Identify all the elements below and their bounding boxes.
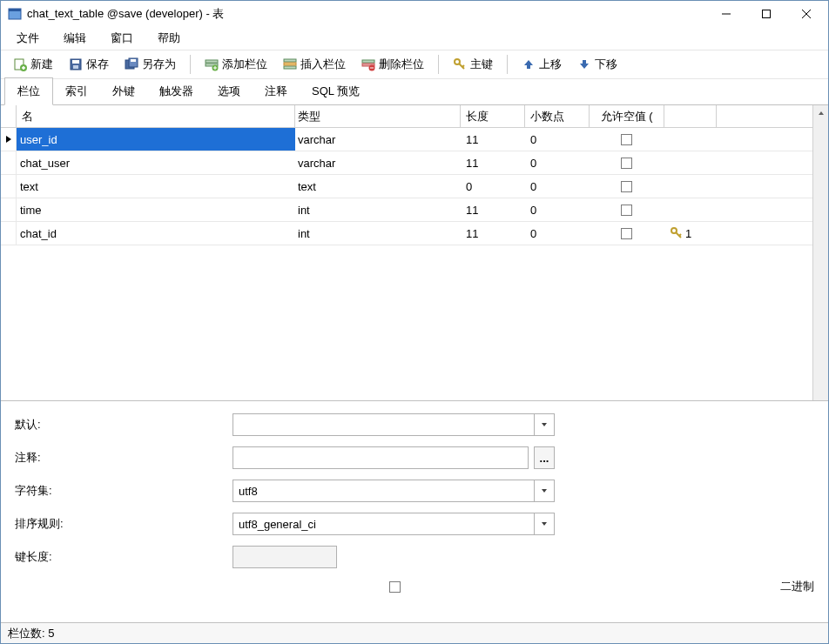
tab-indexes[interactable]: 索引 — [53, 78, 100, 104]
cell-allow-null[interactable] — [590, 198, 664, 221]
col-allow-null-header[interactable]: 允许空值 ( — [590, 105, 664, 127]
menu-help[interactable]: 帮助 — [147, 27, 191, 50]
tab-comment[interactable]: 注释 — [253, 78, 300, 104]
col-key-header — [664, 105, 717, 127]
default-label: 默认: — [15, 417, 233, 433]
cell-type[interactable]: varchar — [295, 151, 461, 174]
cell-key: 1 — [664, 222, 717, 245]
row-handle[interactable] — [1, 175, 17, 198]
row-handle[interactable] — [1, 222, 17, 245]
cell-decimals[interactable]: 0 — [525, 198, 590, 221]
arrow-down-icon — [577, 57, 591, 71]
allow-null-checkbox[interactable] — [621, 228, 632, 239]
tab-fields[interactable]: 栏位 — [4, 77, 53, 105]
cell-allow-null[interactable] — [590, 222, 664, 245]
move-down-button[interactable]: 下移 — [570, 53, 624, 76]
key-icon — [453, 57, 467, 71]
cell-length[interactable]: 11 — [461, 222, 525, 245]
cell-length[interactable]: 11 — [461, 151, 525, 174]
insert-field-button[interactable]: 插入栏位 — [276, 53, 353, 76]
primary-key-button[interactable]: 主键 — [446, 53, 500, 76]
row-handle[interactable] — [1, 151, 17, 174]
save-button[interactable]: 保存 — [62, 53, 116, 76]
add-field-icon — [205, 57, 219, 71]
tab-options[interactable]: 选项 — [206, 78, 253, 104]
cell-name[interactable]: chat_id — [17, 222, 295, 245]
svg-rect-16 — [206, 60, 218, 63]
col-length-header[interactable]: 长度 — [461, 105, 525, 127]
allow-null-checkbox[interactable] — [621, 205, 632, 216]
table-row[interactable]: texttext00 — [1, 175, 812, 198]
default-input[interactable] — [233, 413, 535, 436]
table-row[interactable]: chat_idint1101 — [1, 222, 812, 245]
cell-type[interactable]: text — [295, 175, 461, 198]
comment-ellipsis-button[interactable]: ... — [534, 446, 555, 469]
cell-length[interactable]: 0 — [461, 175, 525, 198]
svg-rect-1 — [9, 9, 21, 11]
charset-input[interactable] — [233, 480, 535, 502]
cell-key — [664, 175, 717, 198]
allow-null-checkbox[interactable] — [621, 134, 632, 145]
svg-rect-15 — [131, 59, 136, 62]
new-button[interactable]: 新建 — [6, 53, 60, 76]
collation-input[interactable] — [233, 513, 535, 535]
close-button[interactable] — [786, 1, 826, 27]
cell-name[interactable]: user_id — [17, 128, 295, 151]
svg-rect-21 — [284, 59, 296, 62]
cell-name[interactable]: text — [17, 175, 295, 198]
charset-dropdown-button[interactable] — [535, 480, 555, 502]
cell-decimals[interactable]: 0 — [525, 128, 590, 151]
cell-type[interactable]: int — [295, 222, 461, 245]
cell-length[interactable]: 11 — [461, 198, 525, 221]
grid-header: 名 类型 长度 小数点 允许空值 ( — [1, 105, 812, 128]
add-field-button[interactable]: 添加栏位 — [198, 53, 274, 76]
toolbar: 新建 保存 另存为 添加栏位 插入栏位 删除栏位 主键 上移 下移 — [1, 50, 828, 79]
collation-dropdown-button[interactable] — [535, 513, 555, 535]
save-as-button[interactable]: 另存为 — [118, 53, 183, 76]
grid-body[interactable]: user_idvarchar110chat_uservarchar110text… — [1, 128, 812, 400]
move-down-label: 下移 — [595, 57, 617, 72]
col-decimals-header[interactable]: 小数点 — [525, 105, 590, 127]
move-up-label: 上移 — [539, 57, 562, 72]
menu-file[interactable]: 文件 — [6, 27, 50, 50]
table-row[interactable]: chat_uservarchar110 — [1, 151, 812, 175]
scroll-up-icon[interactable] — [813, 105, 828, 121]
table-row[interactable]: timeint110 — [1, 198, 812, 222]
vertical-scrollbar[interactable] — [812, 105, 828, 400]
row-handle[interactable] — [1, 128, 17, 151]
tab-foreign-keys[interactable]: 外键 — [100, 78, 147, 104]
allow-null-checkbox[interactable] — [621, 181, 632, 192]
default-dropdown-button[interactable] — [535, 413, 555, 436]
comment-input[interactable] — [233, 446, 529, 469]
cell-type[interactable]: int — [295, 198, 461, 221]
cell-length[interactable]: 11 — [461, 128, 525, 151]
charset-label: 字符集: — [15, 483, 233, 499]
col-type-header[interactable]: 类型 — [295, 105, 461, 127]
save-as-icon — [125, 57, 138, 71]
field-count: 栏位数: 5 — [8, 626, 54, 641]
move-up-button[interactable]: 上移 — [515, 53, 569, 76]
cell-type[interactable]: varchar — [295, 128, 461, 151]
maximize-button[interactable] — [746, 1, 786, 27]
allow-null-checkbox[interactable] — [621, 158, 632, 169]
cell-decimals[interactable]: 0 — [525, 222, 590, 245]
menu-edit[interactable]: 编辑 — [53, 27, 97, 50]
tab-triggers[interactable]: 触发器 — [147, 78, 206, 104]
binary-checkbox[interactable] — [389, 581, 401, 593]
cell-name[interactable]: time — [17, 198, 295, 221]
cell-allow-null[interactable] — [590, 128, 664, 151]
cell-allow-null[interactable] — [590, 151, 664, 174]
tab-sql-preview[interactable]: SQL 预览 — [300, 78, 372, 104]
cell-name[interactable]: chat_user — [17, 151, 295, 174]
table-row[interactable]: user_idvarchar110 — [1, 128, 812, 151]
cell-allow-null[interactable] — [590, 175, 664, 198]
row-handle[interactable] — [1, 198, 17, 221]
cell-decimals[interactable]: 0 — [525, 151, 590, 174]
delete-field-button[interactable]: 删除栏位 — [354, 53, 431, 76]
col-name-header[interactable]: 名 — [17, 105, 295, 127]
svg-rect-22 — [284, 66, 296, 69]
menubar: 文件 编辑 窗口 帮助 — [1, 27, 828, 50]
menu-window[interactable]: 窗口 — [100, 27, 144, 50]
cell-decimals[interactable]: 0 — [525, 175, 590, 198]
minimize-button[interactable] — [706, 1, 746, 27]
